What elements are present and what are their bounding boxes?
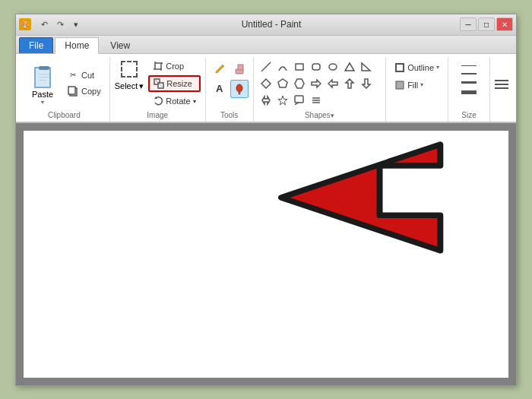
minimize-button[interactable]: ─ <box>460 17 477 31</box>
maximize-button[interactable]: □ <box>478 17 495 31</box>
shape-more[interactable] <box>309 93 324 107</box>
select-arrow: ▾ <box>139 81 144 91</box>
ribbon-menu-button[interactable] <box>490 57 513 122</box>
size-line-1 <box>461 65 477 66</box>
resize-button[interactable]: Resize <box>148 75 200 92</box>
image-stack: Crop Resize <box>148 59 200 109</box>
outline-icon <box>394 62 405 73</box>
tools-inner: A <box>211 57 249 98</box>
shape-arrow-up[interactable] <box>342 77 357 90</box>
select-label: Select <box>115 81 138 90</box>
shapes-scroll-arrow[interactable]: ▾ <box>331 112 334 119</box>
pencil-button[interactable] <box>211 60 229 78</box>
svg-marker-26 <box>346 79 353 88</box>
svg-marker-29 <box>278 96 287 105</box>
redo-button[interactable]: ↷ <box>53 17 67 31</box>
title-bar: 🎨 ↶ ↷ ▾ Untitled - Paint ─ □ ✕ <box>16 14 516 36</box>
app-icon: 🎨 <box>19 18 31 30</box>
outline-fill-buttons: Outline ▾ Fill ▾ <box>391 57 443 93</box>
tab-home[interactable]: Home <box>55 37 99 54</box>
crop-icon <box>153 61 163 71</box>
svg-marker-19 <box>345 63 354 71</box>
shape-diamond[interactable] <box>258 77 274 90</box>
fill-button[interactable]: Fill ▾ <box>391 78 443 93</box>
select-container: Select ▾ <box>115 59 144 109</box>
resize-icon <box>154 78 164 89</box>
svg-rect-30 <box>295 96 303 103</box>
shapes-grid <box>258 57 381 109</box>
customize-quick-access-button[interactable]: ▾ <box>69 17 83 31</box>
cut-copy-buttons: ✂ Cut Copy <box>63 68 105 99</box>
hamburger-line-3 <box>495 87 508 89</box>
shape-triangle[interactable] <box>342 60 357 74</box>
image-group-label: Image <box>147 109 168 122</box>
shape-rounded-rect[interactable] <box>309 60 324 74</box>
tools-group-label: Tools <box>220 109 238 122</box>
svg-rect-17 <box>312 64 320 70</box>
shape-diagonal-line[interactable] <box>258 60 274 74</box>
cut-button[interactable]: ✂ Cut <box>63 68 105 83</box>
window-controls: ─ □ ✕ <box>460 17 513 31</box>
svg-marker-25 <box>328 80 337 87</box>
quick-access-toolbar: ↶ ↷ ▾ <box>37 17 83 31</box>
shape-ellipse[interactable] <box>325 60 340 74</box>
close-button[interactable]: ✕ <box>496 17 513 31</box>
undo-button[interactable]: ↶ <box>37 17 51 31</box>
size-option-2[interactable] <box>459 71 479 77</box>
svg-marker-27 <box>363 79 370 88</box>
ribbon-group-image: Select ▾ Crop <box>110 57 206 122</box>
clipboard-buttons: Paste ▾ ✂ Cut <box>24 57 105 109</box>
svg-marker-12 <box>238 65 243 70</box>
svg-rect-1 <box>68 87 75 94</box>
tab-view[interactable]: View <box>100 37 140 53</box>
select-button[interactable] <box>116 59 143 80</box>
hamburger-line-1 <box>495 80 508 81</box>
shape-4arrow[interactable] <box>258 93 274 107</box>
canvas[interactable] <box>24 131 508 378</box>
svg-marker-23 <box>295 79 304 88</box>
ribbon-group-size: Size <box>448 57 490 122</box>
svg-rect-35 <box>396 64 404 71</box>
shape-star[interactable] <box>275 93 290 107</box>
tools-row-1 <box>211 60 249 78</box>
ribbon-group-outline-fill: Outline ▾ Fill ▾ <box>386 57 448 122</box>
size-inner <box>453 57 485 100</box>
crop-button[interactable]: Crop <box>148 59 200 74</box>
size-option-1[interactable] <box>459 63 479 68</box>
outline-button[interactable]: Outline ▾ <box>391 60 443 75</box>
image-buttons: Select ▾ Crop <box>115 57 201 109</box>
shape-callout[interactable] <box>292 93 307 107</box>
hamburger-line-2 <box>495 84 508 85</box>
shape-hexagon[interactable] <box>292 77 307 90</box>
eraser-button[interactable] <box>230 60 249 78</box>
text-button[interactable]: A <box>211 80 229 98</box>
shape-curve[interactable] <box>275 60 290 74</box>
shape-right-triangle[interactable] <box>359 60 374 74</box>
brush-button[interactable] <box>230 80 249 98</box>
svg-rect-16 <box>296 64 303 70</box>
size-option-3[interactable] <box>459 79 479 86</box>
fill-icon <box>394 80 405 90</box>
size-line-2 <box>461 73 477 74</box>
clipboard-group-label: Clipboard <box>48 109 81 122</box>
shape-arrow-left[interactable] <box>325 77 340 90</box>
shape-rectangle[interactable] <box>292 60 307 74</box>
hamburger-icon[interactable] <box>493 76 510 93</box>
tab-file[interactable]: File <box>19 37 53 53</box>
rotate-button[interactable]: Rotate ▾ <box>148 93 200 109</box>
ribbon-group-shapes: Shapes ▾ <box>254 57 386 122</box>
svg-marker-21 <box>261 79 271 88</box>
copy-icon <box>67 86 79 97</box>
svg-rect-14 <box>239 91 240 94</box>
svg-marker-24 <box>312 80 321 87</box>
shape-arrow-down[interactable] <box>359 77 374 90</box>
ribbon: Paste ▾ ✂ Cut <box>16 54 516 123</box>
canvas-area[interactable] <box>16 123 516 385</box>
shape-arrow-right[interactable] <box>309 77 324 90</box>
paste-button[interactable]: Paste ▾ <box>24 57 62 109</box>
shape-pentagon[interactable] <box>275 77 290 90</box>
svg-marker-22 <box>278 79 287 87</box>
cut-icon: ✂ <box>67 70 79 81</box>
copy-button[interactable]: Copy <box>63 84 105 99</box>
size-option-4[interactable] <box>459 88 479 97</box>
